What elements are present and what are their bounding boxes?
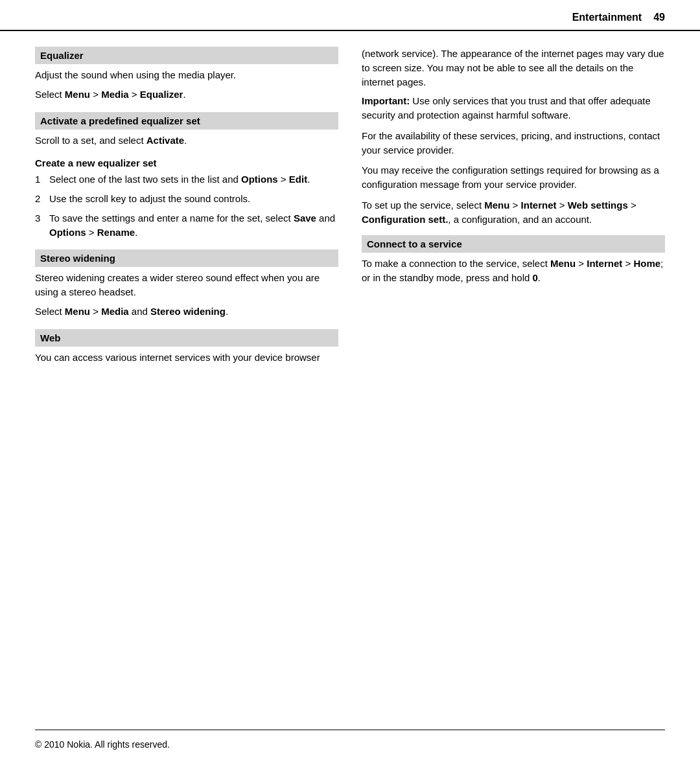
list-item: 2 Use the scroll key to adjust the sound…: [35, 192, 338, 206]
configuration-desc: You may receive the configuration settin…: [362, 163, 665, 192]
section-equalizer: Equalizer Adjust the sound when using th…: [35, 47, 338, 102]
connect-service-header: Connect to a service: [362, 235, 665, 253]
network-service-desc: (network service). The appearance of the…: [362, 47, 665, 89]
footer-text: © 2010 Nokia. All rights reserved.: [35, 739, 170, 750]
web-header: Web: [35, 329, 338, 347]
section-create-equalizer: Create a new equalizer set 1 Select one …: [35, 157, 338, 239]
setup-service-desc: To set up the service, select Menu > Int…: [362, 198, 665, 227]
section-activate-equalizer: Activate a predefined equalizer set Scro…: [35, 112, 338, 148]
section-web: Web You can access various internet serv…: [35, 329, 338, 365]
header-title: Entertainment: [572, 12, 642, 23]
section-connect-service: Connect to a service To make a connectio…: [362, 235, 665, 285]
equalizer-instruction: Select Menu > Media > Equalizer.: [35, 87, 338, 102]
left-column: Equalizer Adjust the sound when using th…: [35, 31, 338, 374]
create-equalizer-header: Create a new equalizer set: [35, 157, 338, 168]
activate-equalizer-instruction: Scroll to a set, and select Activate.: [35, 133, 338, 148]
connect-service-desc: To make a connection to the service, sel…: [362, 257, 665, 285]
availability-desc: For the availability of these services, …: [362, 129, 665, 157]
right-column: (network service). The appearance of the…: [362, 31, 665, 374]
footer: © 2010 Nokia. All rights reserved.: [35, 739, 170, 750]
stereo-widening-desc: Stereo widening creates a wider stereo s…: [35, 271, 338, 299]
main-content: Equalizer Adjust the sound when using th…: [0, 31, 700, 374]
page-header: Entertainment 49: [0, 0, 700, 31]
important-block: Important: Use only services that you tr…: [362, 94, 665, 122]
list-item: 1 Select one of the last two sets in the…: [35, 172, 338, 187]
stereo-widening-instruction: Select Menu > Media and Stereo widening.: [35, 305, 338, 319]
equalizer-desc: Adjust the sound when using the media pl…: [35, 68, 338, 82]
section-stereo-widening: Stereo widening Stereo widening creates …: [35, 249, 338, 318]
list-item: 3 To save the settings and enter a name …: [35, 211, 338, 240]
header-page-number: 49: [653, 12, 665, 23]
footer-divider: [35, 730, 665, 730]
web-desc: You can access various internet services…: [35, 351, 338, 365]
create-equalizer-list: 1 Select one of the last two sets in the…: [35, 172, 338, 239]
page: Entertainment 49 Equalizer Adjust the so…: [0, 0, 700, 760]
activate-equalizer-header: Activate a predefined equalizer set: [35, 112, 338, 130]
equalizer-header: Equalizer: [35, 47, 338, 64]
stereo-widening-header: Stereo widening: [35, 249, 338, 267]
